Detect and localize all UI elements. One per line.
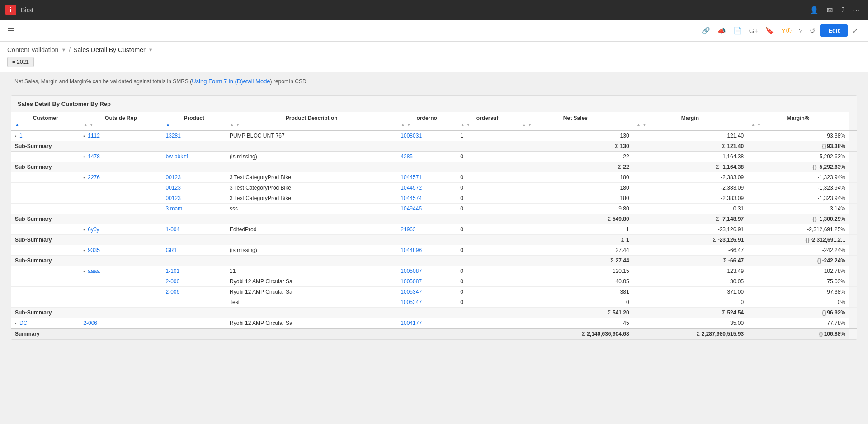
ss-margin: Σ-23,126.91 — [633, 235, 748, 245]
cell-orderno: 1044571 — [397, 172, 457, 183]
cell-net-sales: 180 — [518, 193, 633, 204]
sort-up-icon[interactable]: ▲ — [166, 122, 170, 127]
ss-label: Sub-Summary — [11, 235, 518, 245]
sort-down-icon[interactable]: ▼ — [642, 122, 646, 127]
scroll-cell — [849, 297, 857, 308]
expand-icon[interactable]: ▪ — [83, 175, 85, 180]
cell-outside-rep — [80, 183, 162, 193]
sort-down-icon[interactable]: ▼ — [757, 122, 761, 127]
favorites-button[interactable]: Y① — [778, 25, 794, 37]
expand-icon[interactable]: ▪ — [83, 133, 85, 138]
cell-customer — [11, 287, 80, 297]
cell-outside-rep: ▪ 1112 — [80, 130, 162, 141]
ss-net-sales: Σ549.80 — [518, 214, 633, 224]
cell-product: 2-006 — [162, 287, 226, 297]
scroll-cell — [849, 152, 857, 162]
scroll-cell — [849, 329, 857, 339]
info-text-after: ) report in CSD. — [270, 78, 308, 85]
app-name: Birst — [21, 6, 33, 14]
sub-summary-row: Sub-Summary Σ27.44 Σ-66.47 {}-242.24% — [11, 256, 857, 266]
scroll-cell — [849, 204, 857, 214]
user-icon-button[interactable]: 👤 — [807, 4, 821, 16]
expand-icon[interactable]: ▪ — [15, 321, 17, 326]
refresh-button[interactable]: ↺ — [807, 25, 818, 37]
cell-orderno: 21963 — [397, 224, 457, 235]
expand-button[interactable]: ⤢ — [849, 25, 861, 37]
cell-outside-rep: ▪ aaaa — [80, 266, 162, 276]
mail-icon-button[interactable]: ✉ — [824, 4, 835, 16]
sort-up-icon[interactable]: ▲ — [460, 122, 465, 127]
info-area: Net Sales, Margin and Margin% can be val… — [0, 72, 868, 90]
expand-icon[interactable]: ▪ — [83, 154, 85, 159]
filter-chip[interactable]: = 2021 — [7, 57, 34, 67]
cell-description: Test — [226, 297, 397, 308]
help-button[interactable]: ? — [796, 25, 805, 36]
secondary-toolbar: 🔗 📣 📄 G+ 🔖 Y① ? ↺ Edit ⤢ — [699, 24, 861, 37]
cell-product — [162, 297, 226, 308]
broadcast-button[interactable]: 📣 — [715, 25, 729, 37]
expand-icon[interactable]: ▪ — [15, 133, 17, 138]
doc-button[interactable]: 📄 — [731, 25, 745, 37]
table-wrap[interactable]: Customer ▲ Outside Rep ▲ — [11, 112, 857, 339]
cell-margin: 123.49 — [633, 266, 748, 276]
sort-up-icon[interactable]: ▲ — [230, 122, 234, 127]
sort-down-icon[interactable]: ▼ — [89, 122, 94, 127]
edit-button[interactable]: Edit — [820, 24, 848, 37]
sort-up-icon[interactable]: ▲ — [751, 122, 755, 127]
scroll-cell — [849, 318, 857, 329]
table-row: 3 mam sss 1049445 0 9.80 0.31 3.14% — [11, 204, 857, 214]
table-row: ▪ 2276 00123 3 Test CategoryProd Bike 10… — [11, 172, 857, 183]
share-icon-button[interactable]: ⤴ — [838, 4, 847, 16]
ss-margin: Σ524.54 — [633, 308, 748, 318]
table-row: ▪ 9335 GR1 (is missing) 1044896 0 27.44 … — [11, 245, 857, 256]
sort-up-icon[interactable]: ▲ — [522, 122, 526, 127]
cell-margin: 30.05 — [633, 276, 748, 287]
more-icon-button[interactable]: ⋯ — [850, 4, 863, 16]
cell-description: sss — [226, 204, 397, 214]
ss-label: Sub-Summary — [11, 141, 518, 152]
cell-orderno: 1049445 — [397, 204, 457, 214]
breadcrumb-arrow: ▼ — [61, 47, 66, 52]
cell-customer — [11, 266, 80, 276]
cell-margin: 0 — [633, 297, 748, 308]
cell-description: 3 Test CategoryProd Bike — [226, 183, 397, 193]
sort-up-icon[interactable]: ▲ — [401, 122, 405, 127]
sort-up-icon[interactable]: ▲ — [15, 122, 19, 127]
cell-ordersuf: 0 — [457, 224, 518, 235]
expand-icon[interactable]: ▪ — [83, 248, 85, 253]
cell-product: 1-101 — [162, 266, 226, 276]
cell-orderno: 1005087 — [397, 266, 457, 276]
cell-margin-pct: 75.03% — [747, 276, 849, 287]
cell-outside-rep: ▪ 1478 — [80, 152, 162, 162]
link-button[interactable]: 🔗 — [699, 25, 713, 37]
cell-net-sales: 40.05 — [518, 276, 633, 287]
cell-customer — [11, 224, 80, 235]
sort-down-icon[interactable]: ▼ — [528, 122, 532, 127]
cell-margin-pct: -5,292.63% — [747, 152, 849, 162]
bookmark-button[interactable]: 🔖 — [763, 25, 777, 37]
cell-outside-rep: ▪ 6у6у — [80, 224, 162, 235]
scroll-cell — [849, 193, 857, 204]
cell-ordersuf: 0 — [457, 297, 518, 308]
gplus-button[interactable]: G+ — [746, 25, 761, 36]
ss-margin: Σ-66.47 — [633, 256, 748, 266]
hamburger-icon[interactable]: ☰ — [7, 26, 14, 36]
expand-icon[interactable]: ▪ — [83, 269, 85, 274]
col-net-sales: Net Sales ▲ ▼ — [518, 112, 633, 130]
cell-outside-rep: ▪ 2276 — [80, 172, 162, 183]
expand-icon[interactable]: ▪ — [83, 227, 85, 232]
info-link[interactable]: Using Form 7 in (D)etail Mode — [192, 78, 270, 85]
breadcrumb-parent[interactable]: Content Validation — [7, 46, 58, 53]
sort-down-icon[interactable]: ▼ — [466, 122, 471, 127]
cell-outside-rep — [80, 297, 162, 308]
cell-margin-pct: -2,312,691.25% — [747, 224, 849, 235]
sort-up-icon[interactable]: ▲ — [83, 122, 88, 127]
cell-margin: 371.00 — [633, 287, 748, 297]
summary-row: Summary Σ2,140,636,904.68 Σ2,287,980,515… — [11, 329, 857, 339]
cell-orderno: 4285 — [397, 152, 457, 162]
sort-up-icon[interactable]: ▲ — [637, 122, 641, 127]
sort-down-icon[interactable]: ▼ — [406, 122, 411, 127]
ss-net-sales: Σ27.44 — [518, 256, 633, 266]
cell-ordersuf: 0 — [457, 204, 518, 214]
sort-down-icon[interactable]: ▼ — [236, 122, 240, 127]
